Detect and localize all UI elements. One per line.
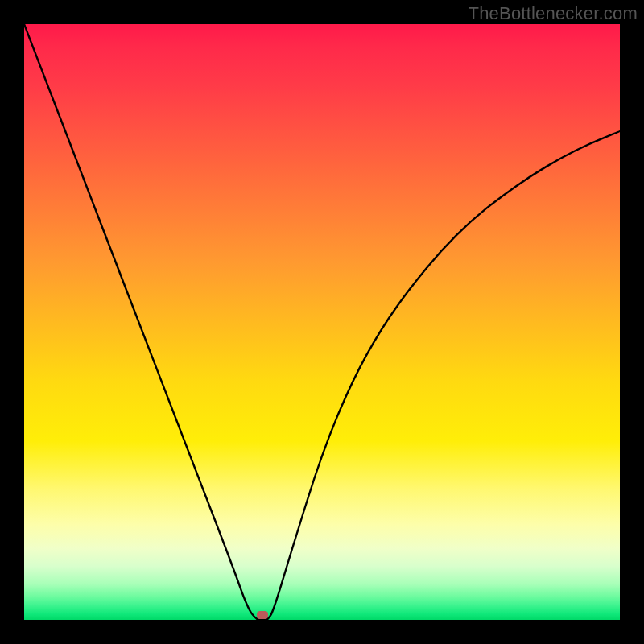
watermark-text: TheBottlenecker.com bbox=[469, 3, 638, 24]
minimum-marker bbox=[257, 611, 268, 619]
chart-svg bbox=[24, 24, 620, 620]
chart-container: TheBottlenecker.com bbox=[0, 0, 644, 644]
bottleneck-curve bbox=[24, 24, 620, 620]
plot-area bbox=[24, 24, 620, 620]
